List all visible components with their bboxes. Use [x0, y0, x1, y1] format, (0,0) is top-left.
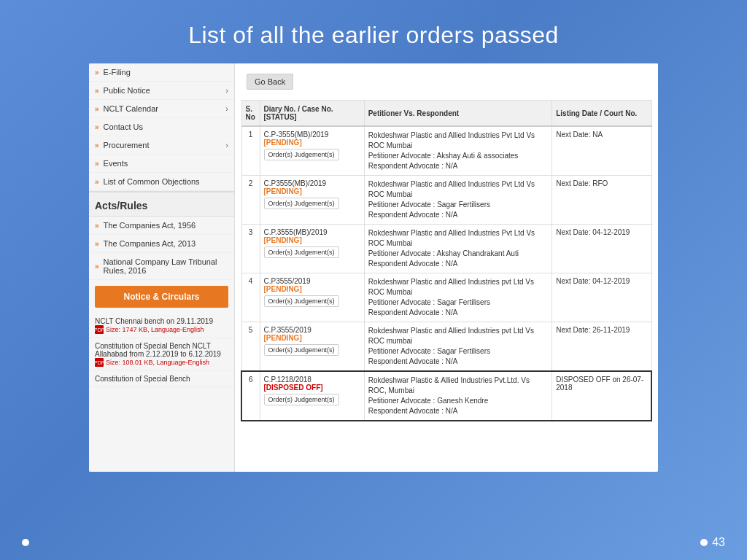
status-badge: [PENDING]: [264, 285, 360, 293]
arrow-icon: »: [95, 178, 99, 186]
cell-petitioner: Rokdeshwar Plastic and Allied Industries…: [364, 322, 552, 372]
bullet-dot-left: [22, 539, 29, 546]
sidebar-item-nclt-rules-2016[interactable]: » National Company Law Tribunal Rules, 2…: [89, 253, 234, 280]
orders-table: S. No Diary No. / Case No. [STATUS] Peti…: [241, 100, 652, 421]
respondent-advocate: Respondent Advocate : N/A: [368, 308, 549, 318]
case-number: C.P.3555(MB)/2019: [264, 228, 360, 236]
notice-circulars-button[interactable]: Notice & Circulars: [95, 286, 228, 308]
cell-sno: 5: [241, 322, 260, 372]
petitioner-respondent: Rokdeshwar Plastic & Allied Industries P…: [368, 376, 549, 396]
petitioner-respondent: Rokdeshwar Plastic and Allied Industries…: [368, 326, 549, 346]
cell-listing-date: Next Date: 26-11-2019: [552, 322, 651, 372]
sidebar-item-efiling[interactable]: » E-Filing: [89, 63, 234, 82]
petitioner-advocate: Petitioner Advocate : Ganesh Kendre: [368, 396, 549, 406]
listing-date-value: Next Date: RFO: [556, 179, 647, 187]
sidebar-item-companies-act-1956[interactable]: » The Companies Act, 1956: [89, 217, 234, 235]
main-content: Go Back S. No Diary No. / Case No. [STAT…: [235, 63, 658, 472]
cell-sno: 2: [241, 176, 260, 225]
content-area: » E-Filing » Public Notice » NCLT Calend…: [89, 63, 658, 472]
petitioner-advocate: Petitioner Advocate : Sagar Fertilisers: [368, 200, 549, 210]
petitioner-respondent: Rokdeshwar Plastic and Allied Industries…: [368, 277, 549, 298]
sidebar-item-companies-act-2013[interactable]: » The Companies Act, 2013: [89, 235, 234, 253]
case-number: C.P.3555/2019: [264, 326, 360, 334]
table-row: 6 C.P.1218/2018 [DISPOSED OFF] Order(s) …: [241, 371, 651, 421]
table-row: 1 C.P-3555(MB)/2019 [PENDING] Order(s) J…: [241, 126, 651, 176]
table-row: 2 C.P3555(MB)/2019 [PENDING] Order(s) Ju…: [241, 176, 651, 225]
cell-sno: 3: [241, 225, 260, 273]
cell-case-no: C.P.3555(MB)/2019 [PENDING] Order(s) Jud…: [260, 225, 364, 273]
arrow-icon: »: [95, 222, 99, 230]
status-badge: [DISPOSED OFF]: [264, 384, 360, 392]
status-badge: [PENDING]: [264, 139, 360, 147]
case-number: C.P3555/2019: [264, 277, 360, 285]
sidebar-item-public-notice[interactable]: » Public Notice: [89, 82, 234, 100]
sidebar-item-nclt-calendar[interactable]: » NCLT Calendar: [89, 100, 234, 118]
cell-sno: 4: [241, 273, 260, 322]
cell-case-no: C.P.1218/2018 [DISPOSED OFF] Order(s) Ju…: [260, 371, 364, 421]
go-back-button[interactable]: Go Back: [247, 74, 293, 90]
arrow-icon: »: [95, 123, 99, 131]
cell-listing-date: Next Date: 04-12-2019: [552, 273, 651, 322]
petitioner-respondent: Rokdeshwar Plastic and Allied Industries…: [368, 179, 549, 200]
respondent-advocate: Respondent Advocate : N/A: [368, 259, 549, 269]
table-row: 5 C.P.3555/2019 [PENDING] Order(s) Judge…: [241, 322, 651, 372]
status-badge: [PENDING]: [264, 236, 360, 244]
sidebar: » E-Filing » Public Notice » NCLT Calend…: [89, 63, 235, 472]
cell-listing-date: DISPOSED OFF on 26-07-2018: [552, 371, 651, 421]
status-badge: [PENDING]: [264, 334, 360, 342]
bullet-dot-right: [700, 539, 708, 546]
arrow-icon: »: [95, 160, 99, 168]
listing-date-value: Next Date: 04-12-2019: [556, 277, 647, 285]
petitioner-advocate: Petitioner Advocate : Sagar Fertilisers: [368, 346, 549, 357]
pdf-icon: PDF: [95, 325, 104, 334]
petitioner-respondent: Rokdeshwar Plastic and Allied Industries…: [368, 131, 549, 151]
table-row: 3 C.P.3555(MB)/2019 [PENDING] Order(s) J…: [241, 225, 651, 273]
listing-date-value: Next Date: 04-12-2019: [556, 228, 647, 236]
cell-case-no: C.P3555(MB)/2019 [PENDING] Order(s) Judg…: [260, 176, 364, 225]
listing-date-value: DISPOSED OFF on 26-07-2018: [556, 376, 647, 392]
orders-judgement-button[interactable]: Order(s) Judgement(s): [264, 198, 339, 209]
cell-petitioner: Rokdeshwar Plastic and Allied Industries…: [364, 126, 552, 176]
acts-rules-header: Acts/Rules: [89, 191, 234, 217]
cell-petitioner: Rokdeshwar Plastic and Allied Industries…: [364, 273, 552, 322]
respondent-advocate: Respondent Advocate : N/A: [368, 161, 549, 171]
cell-petitioner: Rokdeshwar Plastic and Allied Industries…: [364, 225, 552, 273]
petitioner-respondent: Rokdeshwar Plastic and Allied Industries…: [368, 228, 549, 249]
case-number: C.P3555(MB)/2019: [264, 179, 360, 187]
respondent-advocate: Respondent Advocate : N/A: [368, 210, 549, 220]
petitioner-advocate: Petitioner Advocate : Akshay Auti & asso…: [368, 151, 549, 161]
arrow-icon: »: [95, 69, 99, 77]
orders-judgement-button[interactable]: Order(s) Judgement(s): [264, 344, 339, 356]
col-listing-date: Listing Date / Court No.: [552, 101, 651, 127]
table-header-row: S. No Diary No. / Case No. [STATUS] Peti…: [241, 101, 651, 127]
arrow-icon: »: [95, 105, 99, 113]
notice-item-1: NCLT Chennai bench on 29.11.2019 PDF Siz…: [89, 314, 234, 338]
cell-case-no: C.P3555/2019 [PENDING] Order(s) Judgemen…: [260, 273, 364, 322]
orders-judgement-button[interactable]: Order(s) Judgement(s): [264, 295, 339, 307]
table-container: S. No Diary No. / Case No. [STATUS] Peti…: [235, 100, 658, 427]
slide-footer: 43: [0, 536, 747, 549]
cell-listing-date: Next Date: 04-12-2019: [552, 225, 651, 273]
slide-number: 43: [700, 536, 725, 549]
case-number: C.P-3555(MB)/2019: [264, 131, 360, 139]
cell-sno: 1: [241, 126, 260, 176]
cell-listing-date: Next Date: RFO: [552, 176, 651, 225]
sidebar-item-events[interactable]: » Events: [89, 155, 234, 173]
orders-judgement-button[interactable]: Order(s) Judgement(s): [264, 394, 339, 405]
notice-item-3: Constitution of Special Bench: [89, 371, 234, 387]
cell-petitioner: Rokdeshwar Plastic & Allied Industries P…: [364, 371, 552, 421]
sidebar-item-procurement[interactable]: » Procurement: [89, 136, 234, 155]
status-badge: [PENDING]: [264, 187, 360, 195]
orders-judgement-button[interactable]: Order(s) Judgement(s): [264, 149, 339, 160]
cell-listing-date: Next Date: NA: [552, 126, 651, 176]
listing-date-value: Next Date: NA: [556, 131, 647, 139]
listing-date-value: Next Date: 26-11-2019: [556, 326, 647, 334]
sidebar-item-common-objections[interactable]: » List of Common Objections: [89, 173, 234, 191]
orders-judgement-button[interactable]: Order(s) Judgement(s): [264, 246, 339, 258]
col-case-no: Diary No. / Case No. [STATUS]: [260, 101, 364, 127]
sidebar-item-contact-us[interactable]: » Contact Us: [89, 118, 234, 136]
pdf-icon: PDF: [95, 358, 104, 367]
petitioner-advocate: Petitioner Advocate : Sagar Fertilisers: [368, 298, 549, 308]
cell-sno: 6: [241, 371, 260, 421]
slide-title: List of all the earlier orders passed: [0, 0, 747, 63]
